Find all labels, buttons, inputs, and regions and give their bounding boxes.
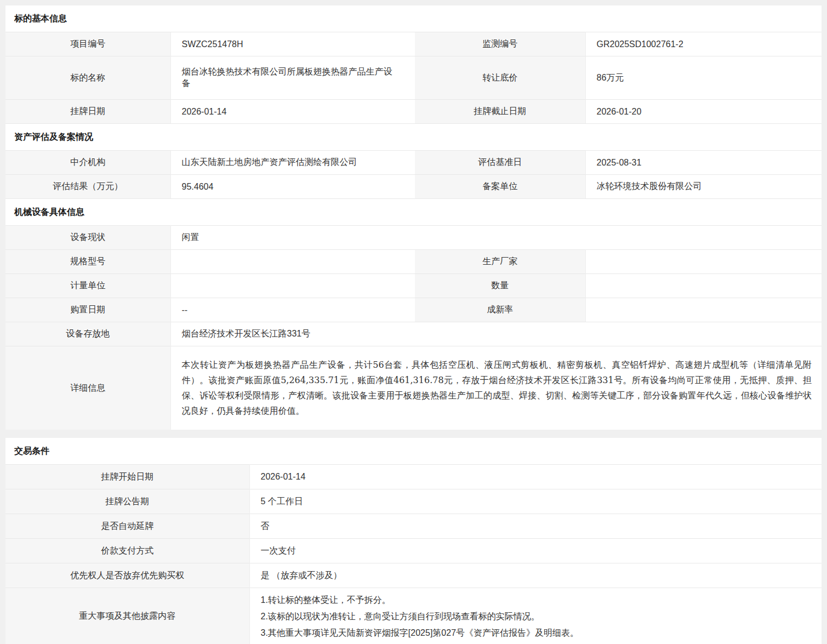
field-label-agency: 中介机构 <box>5 151 170 175</box>
field-value-listing-start-date: 2026-01-14 <box>249 465 822 489</box>
field-label-monitor-number: 监测编号 <box>415 32 585 56</box>
table-row: 规格型号 生产厂家 <box>5 250 822 274</box>
field-value-detail-info: 本次转让资产为板翅换热器产品生产设备，共计56台套，具体包括空压机、液压闸式剪板… <box>170 346 822 430</box>
field-label-payment-method: 价款支付方式 <box>5 539 249 563</box>
field-label-major-disclosure: 重大事项及其他披露内容 <box>5 588 249 644</box>
field-value-newness-rate <box>585 298 822 322</box>
table-row: 重大事项及其他披露内容 1.转让标的整体受让，不予拆分。 2.该标的以现状为准转… <box>5 588 822 644</box>
equipment-table: 设备现状 闲置 规格型号 生产厂家 计量单位 数量 购置日期 -- 成新率 <box>5 225 822 430</box>
table-row: 购置日期 -- 成新率 <box>5 298 822 322</box>
field-value-spec-model <box>170 250 415 274</box>
field-label-quantity: 数量 <box>415 274 585 298</box>
section-title-basic-info: 标的基本信息 <box>5 5 822 32</box>
table-row: 评估结果（万元） 95.4604 备案单位 冰轮环境技术股份有限公司 <box>5 175 822 199</box>
table-row: 挂牌公告期 5 个工作日 <box>5 489 822 514</box>
field-label-manufacturer: 生产厂家 <box>415 250 585 274</box>
field-label-newness-rate: 成新率 <box>415 298 585 322</box>
table-row: 项目编号 SWZC251478H 监测编号 GR2025SD1002761-2 <box>5 32 822 56</box>
appraisal-table: 中介机构 山东天陆新土地房地产资产评估测绘有限公司 评估基准日 2025-08-… <box>5 150 822 198</box>
field-value-major-disclosure: 1.转让标的整体受让，不予拆分。 2.该标的以现状为准转让，意向受让方须自行到现… <box>249 588 822 644</box>
field-value-measure-unit <box>170 274 415 298</box>
field-label-auto-extension: 是否自动延牌 <box>5 514 249 539</box>
field-value-manufacturer <box>585 250 822 274</box>
field-label-storage-location: 设备存放地 <box>5 322 170 346</box>
field-label-appraisal-base-date: 评估基准日 <box>415 151 585 175</box>
field-value-listing-deadline: 2026-01-20 <box>585 100 822 124</box>
field-label-measure-unit: 计量单位 <box>5 274 170 298</box>
field-label-project-number: 项目编号 <box>5 32 170 56</box>
field-label-purchase-date: 购置日期 <box>5 298 170 322</box>
table-row: 是否自动延牌 否 <box>5 514 822 539</box>
table-row: 设备现状 闲置 <box>5 226 822 250</box>
field-label-listing-deadline: 挂牌截止日期 <box>415 100 585 124</box>
field-value-project-number: SWZC251478H <box>170 32 415 56</box>
field-value-monitor-number: GR2025SD1002761-2 <box>585 32 822 56</box>
section-gap <box>5 430 822 438</box>
field-value-announcement-period: 5 个工作日 <box>249 489 822 514</box>
field-label-listing-start-date: 挂牌开始日期 <box>5 465 249 489</box>
field-value-storage-location: 烟台经济技术开发区长江路331号 <box>170 322 822 346</box>
field-label-filing-unit: 备案单位 <box>415 175 585 199</box>
field-label-appraisal-result: 评估结果（万元） <box>5 175 170 199</box>
field-value-equipment-status: 闲置 <box>170 226 822 250</box>
main-info-block: 标的基本信息 项目编号 SWZC251478H 监测编号 GR2025SD100… <box>5 5 822 430</box>
table-row: 详细信息 本次转让资产为板翅换热器产品生产设备，共计56台套，具体包括空压机、液… <box>5 346 822 430</box>
disclosure-line-2: 2.该标的以现状为准转让，意向受让方须自行到现场查看标的实际情况。 <box>261 608 800 625</box>
field-value-listing-date: 2026-01-14 <box>170 100 415 124</box>
table-row: 计量单位 数量 <box>5 274 822 298</box>
trade-conditions-table: 挂牌开始日期 2026-01-14 挂牌公告期 5 个工作日 是否自动延牌 否 … <box>5 464 822 644</box>
field-value-quantity <box>585 274 822 298</box>
table-row: 挂牌日期 2026-01-14 挂牌截止日期 2026-01-20 <box>5 100 822 124</box>
section-title-equipment: 机械设备具体信息 <box>5 198 822 225</box>
table-row: 中介机构 山东天陆新土地房地产资产评估测绘有限公司 评估基准日 2025-08-… <box>5 151 822 175</box>
disclosure-line-1: 1.转让标的整体受让，不予拆分。 <box>261 592 800 608</box>
field-label-spec-model: 规格型号 <box>5 250 170 274</box>
field-label-equipment-status: 设备现状 <box>5 226 170 250</box>
field-value-appraisal-result: 95.4604 <box>170 175 415 199</box>
table-row: 挂牌开始日期 2026-01-14 <box>5 465 822 489</box>
trade-conditions-block: 交易条件 挂牌开始日期 2026-01-14 挂牌公告期 5 个工作日 是否自动… <box>5 438 822 644</box>
field-label-listing-date: 挂牌日期 <box>5 100 170 124</box>
listing-detail-page: 标的基本信息 项目编号 SWZC251478H 监测编号 GR2025SD100… <box>0 0 827 644</box>
field-value-target-name: 烟台冰轮换热技术有限公司所属板翅换热器产品生产设备 <box>170 56 415 100</box>
field-value-appraisal-base-date: 2025-08-31 <box>585 151 822 175</box>
field-value-preemptive-right-waiver: 是 （放弃或不涉及） <box>249 563 822 588</box>
table-row: 价款支付方式 一次支付 <box>5 539 822 563</box>
table-row: 标的名称 烟台冰轮换热技术有限公司所属板翅换热器产品生产设备 转让底价 86万元 <box>5 56 822 100</box>
field-value-purchase-date: -- <box>170 298 415 322</box>
field-value-agency: 山东天陆新土地房地产资产评估测绘有限公司 <box>170 151 415 175</box>
field-value-filing-unit: 冰轮环境技术股份有限公司 <box>585 175 822 199</box>
section-title-appraisal: 资产评估及备案情况 <box>5 123 822 150</box>
field-value-auto-extension: 否 <box>249 514 822 539</box>
field-value-payment-method: 一次支付 <box>249 539 822 563</box>
table-row: 优先权人是否放弃优先购买权 是 （放弃或不涉及） <box>5 563 822 588</box>
field-label-target-name: 标的名称 <box>5 56 170 100</box>
field-value-base-price: 86万元 <box>585 56 822 100</box>
field-label-base-price: 转让底价 <box>415 56 585 100</box>
field-label-preemptive-right-waiver: 优先权人是否放弃优先购买权 <box>5 563 249 588</box>
field-label-detail-info: 详细信息 <box>5 346 170 430</box>
section-title-trade-conditions: 交易条件 <box>5 438 822 464</box>
field-label-announcement-period: 挂牌公告期 <box>5 489 249 514</box>
basic-info-table: 项目编号 SWZC251478H 监测编号 GR2025SD1002761-2 … <box>5 32 822 123</box>
disclosure-line-3: 3.其他重大事项详见天陆新资评烟报字[2025]第027号《资产评估报告》及明细… <box>261 625 800 641</box>
table-row: 设备存放地 烟台经济技术开发区长江路331号 <box>5 322 822 346</box>
